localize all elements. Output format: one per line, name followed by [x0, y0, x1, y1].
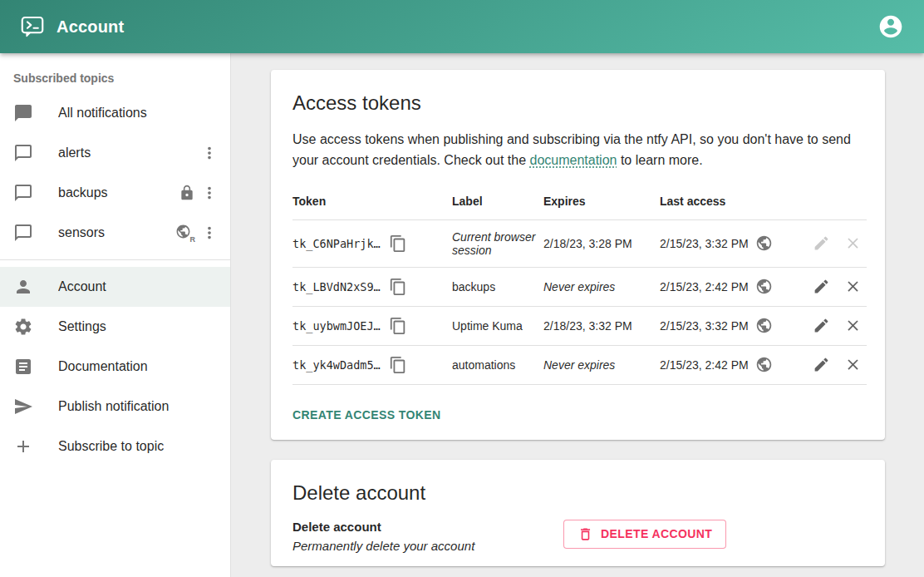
sidebar-item-all-notifications[interactable]: All notifications [0, 93, 230, 133]
table-row: tk_uybwmJOEJ… Uptime Kuma 2/18/23, 3:32 … [292, 306, 867, 345]
globe-reserved-icon: R [175, 224, 195, 242]
sidebar-item-label: All notifications [58, 106, 219, 121]
sidebar-item-subscribe-to-topic[interactable]: Subscribe to topic [0, 427, 230, 466]
token-value: tk_uybwmJOEJ… [292, 319, 381, 333]
globe-icon [755, 278, 773, 295]
edit-pencil-icon[interactable] [813, 278, 830, 295]
subscribed-topics-subheader: Subscribed topics [0, 57, 230, 93]
sidebar-item-label: Documentation [58, 359, 219, 374]
create-access-token-button[interactable]: CREATE ACCESS TOKEN [292, 403, 447, 427]
documentation-link[interactable]: documentation [530, 153, 617, 167]
sidebar-item-alerts[interactable]: alerts [0, 133, 230, 173]
copy-icon[interactable] [389, 234, 407, 253]
sidebar-item-documentation[interactable]: Documentation [0, 347, 230, 387]
chat-bubble-filled-icon [13, 103, 33, 123]
column-header-expires: Expires [543, 183, 660, 220]
table-row: tk_C6NPaHrjk… Current browser session 2/… [292, 219, 867, 267]
sidebar-item-publish-notification[interactable]: Publish notification [0, 387, 230, 427]
description-text: to learn more. [617, 153, 702, 167]
copy-icon[interactable] [389, 356, 407, 374]
token-last-access: 2/15/23, 3:32 PM [660, 237, 749, 250]
account-circle-icon[interactable] [877, 13, 904, 40]
topic-menu-icon[interactable] [200, 224, 219, 242]
sidebar-item-label: Subscribe to topic [58, 439, 219, 454]
reserved-topic-marker: R [190, 235, 196, 244]
access-tokens-card: Access tokens Use access tokens when pub… [271, 70, 885, 440]
table-row: tk_LBVdN2xS9… backups Never expires 2/15… [292, 267, 867, 306]
topic-menu-icon[interactable] [200, 144, 219, 162]
sidebar-item-label: backups [58, 185, 179, 200]
sidebar-item-account[interactable]: Account [0, 267, 230, 307]
send-icon [13, 397, 33, 417]
delete-x-icon[interactable] [844, 278, 862, 295]
globe-icon [755, 234, 773, 252]
person-icon [13, 277, 33, 297]
delete-account-button-label: DELETE ACCOUNT [601, 527, 712, 540]
delete-account-title: Delete account [292, 481, 865, 505]
sidebar-item-sensors[interactable]: sensors R [0, 213, 230, 253]
column-header-last-access: Last access [660, 183, 803, 220]
table-header-row: Token Label Expires Last access [292, 183, 867, 220]
plus-icon [13, 436, 33, 456]
access-tokens-title: Access tokens [292, 91, 865, 115]
table-row: tk_yk4wDadm5… automations Never expires … [292, 345, 867, 384]
page-title: Account [57, 17, 124, 37]
token-expires: 2/18/23, 3:32 PM [543, 306, 660, 345]
copy-icon[interactable] [389, 317, 407, 335]
sidebar-item-label: sensors [58, 225, 175, 240]
token-value: tk_yk4wDadm5… [292, 358, 381, 372]
edit-pencil-icon[interactable] [813, 317, 830, 334]
copy-icon[interactable] [389, 278, 407, 296]
app-header: Account [0, 0, 924, 53]
token-expires: 2/18/23, 3:28 PM [543, 219, 660, 267]
sidebar-divider [0, 259, 230, 260]
token-last-access: 2/15/23, 2:42 PM [660, 280, 749, 293]
column-header-label: Label [452, 183, 543, 220]
token-last-access: 2/15/23, 3:32 PM [660, 319, 749, 333]
chat-bubble-outline-icon [13, 223, 33, 243]
delete-account-item-title: Delete account [292, 520, 563, 534]
chat-bubble-outline-icon [13, 143, 33, 163]
edit-pencil-icon[interactable] [813, 356, 830, 373]
tokens-table: Token Label Expires Last access tk_C6NPa… [292, 183, 867, 385]
sidebar: Subscribed topics All notifications aler… [0, 53, 231, 577]
sidebar-item-settings[interactable]: Settings [0, 307, 230, 347]
chat-bubble-outline-icon [13, 183, 33, 203]
sidebar-item-label: Publish notification [58, 399, 219, 414]
token-label: backups [452, 267, 543, 306]
topic-menu-icon[interactable] [200, 184, 219, 202]
sidebar-item-label: Account [58, 279, 219, 294]
token-label: Current browser session [452, 219, 543, 267]
lock-icon [179, 185, 195, 201]
globe-icon [755, 317, 773, 334]
sidebar-item-label: Settings [58, 319, 219, 334]
token-expires: Never expires [543, 345, 660, 384]
globe-icon [755, 356, 773, 373]
token-label: automations [452, 345, 543, 384]
token-label: Uptime Kuma [452, 306, 543, 345]
delete-account-card: Delete account Delete account Permanentl… [271, 460, 885, 566]
token-value: tk_LBVdN2xS9… [292, 280, 381, 293]
edit-pencil-icon [813, 234, 830, 252]
delete-account-button[interactable]: DELETE ACCOUNT [563, 520, 726, 549]
sidebar-item-backups[interactable]: backups [0, 173, 230, 213]
gear-icon [13, 317, 33, 337]
delete-x-icon[interactable] [844, 317, 862, 334]
access-tokens-description: Use access tokens when publishing and su… [292, 130, 865, 171]
article-icon [13, 357, 33, 377]
delete-account-item-description: Permanently delete your account [292, 539, 563, 553]
main-content: Access tokens Use access tokens when pub… [231, 53, 924, 577]
token-expires: Never expires [543, 267, 660, 306]
delete-x-icon [844, 234, 862, 252]
column-header-token: Token [292, 183, 452, 220]
token-value: tk_C6NPaHrjk… [292, 237, 381, 250]
sidebar-item-label: alerts [58, 145, 200, 160]
token-last-access: 2/15/23, 2:42 PM [660, 358, 749, 372]
ntfy-logo-icon [20, 14, 45, 39]
trash-icon [578, 526, 593, 542]
delete-x-icon[interactable] [844, 356, 862, 373]
